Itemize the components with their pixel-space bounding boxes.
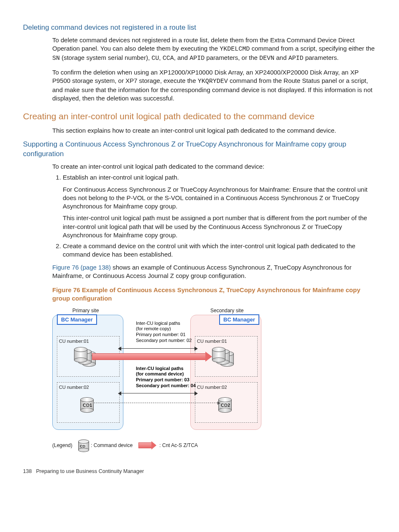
text: parameters. <box>304 54 339 61</box>
text: and <box>274 54 288 61</box>
secondary-cu01-label: CU number:01 <box>195 337 229 345</box>
bc-manager-secondary: BC Manager <box>219 314 259 325</box>
secondary-site-box: BC Manager CU number:01 CU number:02 CD2 <box>190 315 261 430</box>
para-delete-1: To delete command devices not registered… <box>52 36 378 63</box>
page-footer: 138 Preparing to use Business Continuity… <box>23 468 378 475</box>
text: , <box>159 54 162 61</box>
code-cu: CU <box>151 55 159 62</box>
heading-supporting: Supporting a Continuous Access Synchrono… <box>23 140 378 159</box>
figure-caption: Figure 76 Example of Continuous Access S… <box>52 286 378 303</box>
label-secondary-site: Secondary site <box>210 307 243 314</box>
step-2: Create a command device on the control u… <box>63 242 378 259</box>
code-sn: SN <box>52 55 60 62</box>
legend: (Legend) CD : Command device : Cnt Ac-S … <box>52 439 286 451</box>
code-apid: APID <box>189 55 205 62</box>
label-primary-site: Primary site <box>72 307 99 314</box>
inter-cu-path-2-arrow <box>121 393 194 393</box>
path2-l2: (for command device) <box>136 371 196 377</box>
inter-cu-path-1-arrow <box>121 348 194 349</box>
heading-creating: Creating an inter-control unit logical p… <box>23 111 378 122</box>
legend-cd-icon: CD <box>78 439 88 451</box>
code-apid2: APID <box>288 55 303 62</box>
path2-text: Inter-CU logical paths (for command devi… <box>136 366 196 389</box>
legend-label: (Legend) <box>52 442 72 449</box>
steps-list: Establish an inter-control unit logical … <box>52 173 378 259</box>
para-lead: To create an inter-control unit logical … <box>52 162 378 171</box>
vol-icon <box>74 347 87 362</box>
step-1-para-1: For Continuous Access Synchronous Z or T… <box>63 185 378 211</box>
heading-deleting: Deleting command devices not registered … <box>23 23 378 33</box>
para-intro: This section explains how to create an i… <box>52 126 378 135</box>
text: parameters, or the <box>205 54 259 61</box>
path2-l3: Primary port number: 03 <box>136 377 196 383</box>
page-number: 138 <box>23 468 32 474</box>
cd-connection-arrow <box>94 403 217 403</box>
step-1-para-2: This inter-control unit logical path mus… <box>63 214 378 239</box>
para-delete-2: To confirm the deletion when using an XP… <box>52 68 378 103</box>
legend-arrow-icon <box>138 442 152 448</box>
path1-l3: Primary port number: 01 <box>136 332 192 338</box>
bc-manager-primary: BC Manager <box>57 314 97 325</box>
cd2-label: CD2 <box>221 402 230 409</box>
primary-cu02-label: CU number:02 <box>57 383 91 391</box>
text: (storage system serial number), <box>60 54 151 61</box>
code-ykdelcmd: YKDELCMD <box>220 46 250 53</box>
vol-icon <box>212 347 225 362</box>
legend-cd-badge: CD <box>80 444 85 449</box>
path1-text: Inter-CU logical paths (for remote copy)… <box>136 321 192 344</box>
step-1: Establish an inter-control unit logical … <box>63 173 378 239</box>
text: command from a script, specifying either… <box>250 45 374 52</box>
path1-l4: Secondary port number: 02 <box>136 338 192 344</box>
text: , and <box>174 54 190 61</box>
legend-cd-text: : Command device <box>91 442 133 449</box>
primary-site-box: BC Manager CU number:01 CU number:02 CD1 <box>52 315 123 430</box>
footer-chapter: Preparing to use Business Continuity Man… <box>36 468 144 474</box>
xref-figure-76[interactable]: Figure 76 (page 138) <box>52 264 111 271</box>
code-cca: CCA <box>163 55 174 62</box>
figure-76: Primary site Secondary site BC Manager C… <box>52 307 286 451</box>
cd1-label: CD1 <box>83 402 92 409</box>
path1-l1: Inter-CU logical paths <box>136 321 192 326</box>
cd1-icon: CD1 <box>80 397 93 412</box>
path2-l4: Secondary port number: 04 <box>136 383 196 389</box>
path2-l1: Inter-CU logical paths <box>136 366 196 372</box>
code-devn: DEVN <box>259 55 274 62</box>
code-ykqrydev: YKQRYDEV <box>198 78 228 85</box>
secondary-cu02-label: CU number:02 <box>195 383 229 391</box>
step-1-text: Establish an inter-control unit logical … <box>63 174 179 181</box>
primary-cu01-label: CU number:01 <box>57 337 91 345</box>
legend-arrow-text: : Cnt Ac-S Z/TCA <box>159 442 198 449</box>
copy-arrow <box>92 353 206 360</box>
para-xref: Figure 76 (page 138) shows an example of… <box>52 263 378 280</box>
path1-l2: (for remote copy) <box>136 326 192 332</box>
